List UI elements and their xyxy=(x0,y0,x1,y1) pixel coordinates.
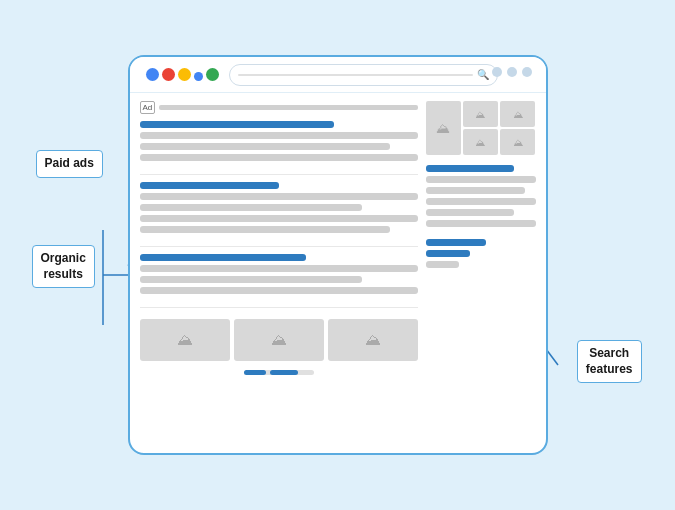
result-desc-2 xyxy=(140,143,390,150)
scrollbar-thumb2 xyxy=(270,370,298,375)
kp-line-6 xyxy=(426,261,459,268)
browser-titlebar: 🔍 xyxy=(130,57,546,93)
img-icon-1: ⛰ xyxy=(177,331,193,349)
window-dot-2 xyxy=(507,67,517,77)
kp-line-4 xyxy=(426,209,514,216)
paid-result-1 xyxy=(140,121,418,161)
separator-3 xyxy=(140,307,418,308)
google-dot-blue xyxy=(146,68,159,81)
organic-result-2 xyxy=(140,254,418,294)
organic-desc-1a xyxy=(140,193,418,200)
organic-results-label: Organicresults xyxy=(32,245,95,288)
kp-line-2 xyxy=(426,187,525,194)
google-dot-blue2 xyxy=(194,72,203,81)
kp-blue-line xyxy=(426,239,487,246)
kp-blue-line-2 xyxy=(426,250,470,257)
bottom-img-2: ⛰ xyxy=(234,319,324,361)
kp-img-large-icon: ⛰ xyxy=(436,120,450,136)
img-icon-3: ⛰ xyxy=(365,331,381,349)
kp-img-large: ⛰ xyxy=(426,101,461,155)
organic-desc-1d xyxy=(140,226,390,233)
google-logo xyxy=(146,68,219,81)
kp-img-sm-4: ⛰ xyxy=(500,129,535,155)
organic-result-1 xyxy=(140,182,418,233)
scrollbar-row xyxy=(140,366,418,377)
kp-line-1 xyxy=(426,176,536,183)
browser-content: Ad xyxy=(130,93,546,453)
kp-img-sm-3-icon: ⛰ xyxy=(475,137,485,148)
browser-window: 🔍 Ad xyxy=(128,55,548,455)
kp-line-5 xyxy=(426,220,536,227)
google-dot-green xyxy=(206,68,219,81)
kp-img-sm-1: ⛰ xyxy=(463,101,498,127)
left-column: Ad xyxy=(140,101,418,445)
bottom-img-1: ⛰ xyxy=(140,319,230,361)
organic-desc-2c xyxy=(140,287,418,294)
top-image-grid: ⛰ ⛰ ⛰ ⛰ ⛰ xyxy=(426,101,536,155)
image-results-row: ⛰ ⛰ ⛰ xyxy=(140,319,418,361)
kp-img-sm-4-icon: ⛰ xyxy=(513,137,523,148)
google-dot-yellow xyxy=(178,68,191,81)
search-bar-text xyxy=(238,74,473,76)
separator-2 xyxy=(140,246,418,247)
scrollbar-track[interactable] xyxy=(244,370,314,375)
search-icon: 🔍 xyxy=(477,69,489,80)
result-desc-3 xyxy=(140,154,418,161)
kp-img-sm-1-icon: ⛰ xyxy=(475,109,485,120)
search-features-label: Searchfeatures xyxy=(577,340,642,383)
img-icon-2: ⛰ xyxy=(271,331,287,349)
window-dot-3 xyxy=(522,67,532,77)
knowledge-panel-bars xyxy=(426,165,536,268)
kp-img-sm-3: ⛰ xyxy=(463,129,498,155)
organic-desc-1b xyxy=(140,204,362,211)
ad-url-line xyxy=(159,105,417,110)
separator-1 xyxy=(140,174,418,175)
scrollbar-thumb xyxy=(244,370,266,375)
paid-ads-label: Paid ads xyxy=(36,150,103,178)
google-dot-red xyxy=(162,68,175,81)
result-desc-1 xyxy=(140,132,418,139)
kp-title xyxy=(426,165,514,172)
ad-row: Ad xyxy=(140,101,418,114)
search-bar[interactable]: 🔍 xyxy=(229,64,498,86)
organic-title-1 xyxy=(140,182,279,189)
window-dot-1 xyxy=(492,67,502,77)
kp-line-3 xyxy=(426,198,536,205)
organic-desc-2b xyxy=(140,276,362,283)
organic-title-2 xyxy=(140,254,307,261)
result-title-bar xyxy=(140,121,335,128)
kp-img-sm-2: ⛰ xyxy=(500,101,535,127)
ad-badge: Ad xyxy=(140,101,156,114)
organic-desc-1c xyxy=(140,215,418,222)
window-controls xyxy=(492,67,532,77)
right-column: ⛰ ⛰ ⛰ ⛰ ⛰ xyxy=(426,101,536,445)
organic-desc-2a xyxy=(140,265,418,272)
kp-img-sm-2-icon: ⛰ xyxy=(513,109,523,120)
scene: Paid ads Organicresults Searchfeatures 🔍 xyxy=(28,20,648,490)
bottom-img-3: ⛰ xyxy=(328,319,418,361)
